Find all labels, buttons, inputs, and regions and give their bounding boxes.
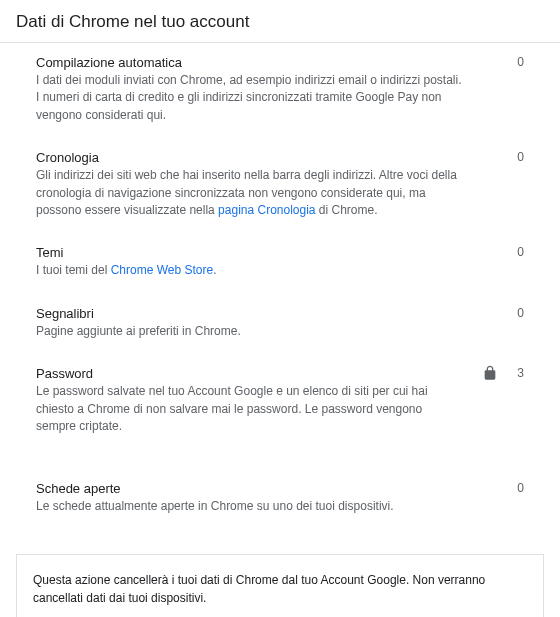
- item-passwords[interactable]: Password Le password salvate nel tuo Acc…: [0, 354, 560, 449]
- item-bookmarks[interactable]: Segnalibri Pagine aggiunte ai preferiti …: [0, 294, 560, 354]
- item-history[interactable]: Cronologia Gli indirizzi dei siti web ch…: [0, 138, 560, 233]
- item-count: 0: [512, 245, 524, 259]
- item-desc: Pagine aggiunte ai preferiti in Chrome.: [36, 323, 464, 340]
- data-list: Compilazione automatica I dati dei modul…: [0, 43, 560, 530]
- item-desc: Le password salvate nel tuo Account Goog…: [36, 383, 464, 435]
- item-title: Temi: [36, 245, 464, 260]
- item-open-tabs[interactable]: Schede aperte Le schede attualmente aper…: [0, 469, 560, 529]
- item-count: 0: [512, 150, 524, 164]
- chrome-web-store-link[interactable]: Chrome Web Store: [111, 263, 214, 277]
- item-title: Segnalibri: [36, 306, 464, 321]
- item-title: Compilazione automatica: [36, 55, 464, 70]
- item-themes[interactable]: Temi I tuoi temi del Chrome Web Store. 0: [0, 233, 560, 293]
- item-title: Password: [36, 366, 464, 381]
- item-count: 0: [512, 306, 524, 320]
- item-count: 0: [512, 481, 524, 495]
- delete-data-card: Questa azione cancellerà i tuoi dati di …: [16, 554, 544, 617]
- item-autofill[interactable]: Compilazione automatica I dati dei modul…: [0, 43, 560, 138]
- lock-icon: [482, 365, 498, 381]
- page-header: Dati di Chrome nel tuo account: [0, 0, 560, 43]
- item-desc: Le schede attualmente aperte in Chrome s…: [36, 498, 464, 515]
- item-title: Cronologia: [36, 150, 464, 165]
- item-desc: I dati dei moduli inviati con Chrome, ad…: [36, 72, 464, 124]
- page-title: Dati di Chrome nel tuo account: [16, 12, 544, 32]
- history-page-link[interactable]: pagina Cronologia: [218, 203, 315, 217]
- item-title: Schede aperte: [36, 481, 464, 496]
- item-count: 3: [512, 366, 524, 380]
- item-desc: I tuoi temi del Chrome Web Store.: [36, 262, 464, 279]
- item-count: 0: [512, 55, 524, 69]
- delete-warning-text: Questa azione cancellerà i tuoi dati di …: [33, 571, 527, 607]
- item-desc: Gli indirizzi dei siti web che hai inser…: [36, 167, 464, 219]
